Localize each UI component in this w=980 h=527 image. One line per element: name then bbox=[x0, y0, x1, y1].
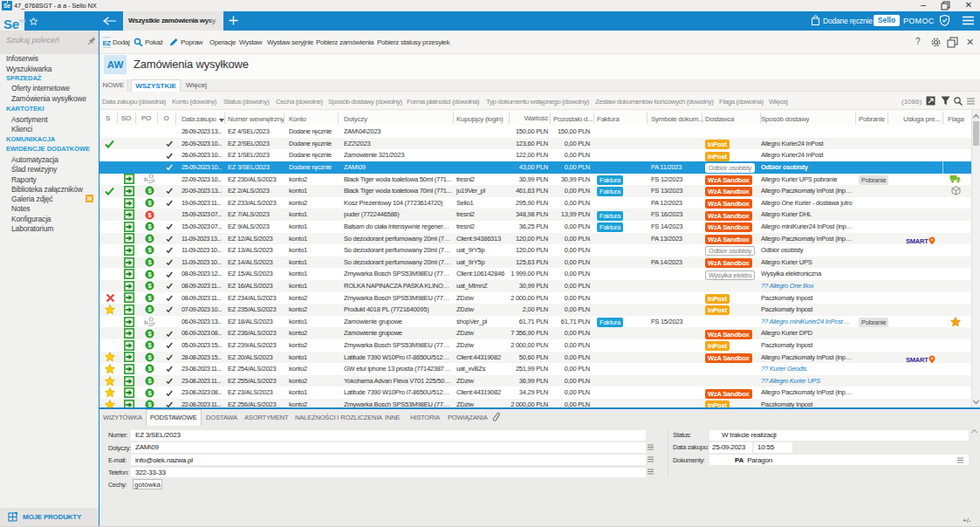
svg-text:EZ: EZ bbox=[103, 39, 111, 47]
